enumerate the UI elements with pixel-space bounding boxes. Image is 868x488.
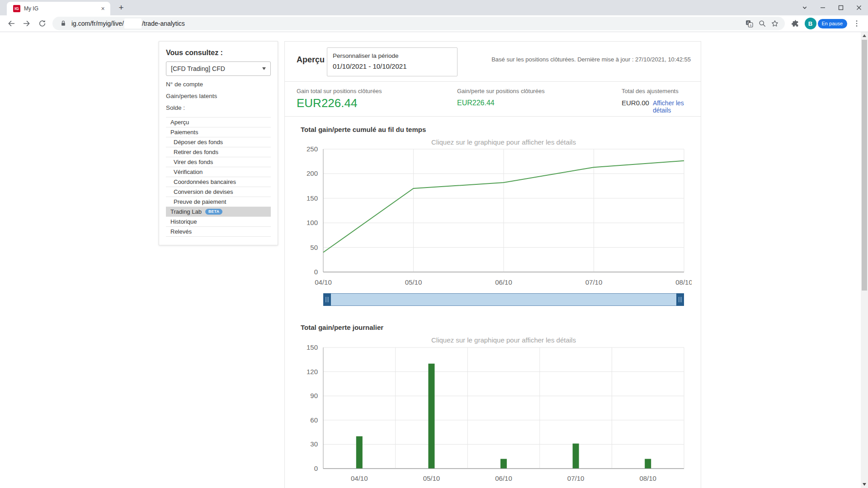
closed-pnl-value: EUR226.44 <box>457 99 545 107</box>
avatar[interactable]: B <box>805 18 816 29</box>
tab-search-chevron-icon[interactable] <box>796 0 814 15</box>
svg-text:120: 120 <box>307 368 318 375</box>
range-slider-left-handle[interactable] <box>323 293 331 306</box>
tab-strip: IG My IG × + <box>0 0 868 15</box>
sidebar-item-label: Virer des fonds <box>174 159 213 165</box>
sidebar-item-label: Aperçu <box>170 119 189 126</box>
profile-chip[interactable]: B En pause <box>805 18 847 29</box>
lock-icon[interactable] <box>57 17 70 30</box>
svg-text:a: a <box>750 23 751 26</box>
sidebar-item-releves[interactable]: Relevés <box>166 227 271 237</box>
svg-text:150: 150 <box>307 343 318 351</box>
scrollbar-down-icon[interactable] <box>863 483 866 486</box>
last-updated-note: Basé sur les positions clôturées. Derniè… <box>491 56 691 63</box>
svg-text:150: 150 <box>307 194 318 202</box>
cumulative-chart-title: Total gain/perte cumulé au fil du temps <box>301 126 426 133</box>
translate-icon[interactable]: A a <box>743 17 756 30</box>
date-range-slider[interactable] <box>323 293 684 306</box>
browser-tab[interactable]: IG My IG × <box>7 2 110 15</box>
minimize-button[interactable] <box>814 0 832 15</box>
chevron-down-icon <box>262 67 266 70</box>
sidebar-item-label: Preuve de paiement <box>174 198 226 205</box>
period-label: Personnaliser la période <box>333 52 452 59</box>
page-title: Aperçu <box>297 55 325 65</box>
scrollbar-thumb[interactable] <box>862 40 867 291</box>
maximize-button[interactable] <box>832 0 850 15</box>
new-tab-button[interactable]: + <box>114 0 128 15</box>
balance-label: Solde : <box>166 104 271 111</box>
scrollbar-up-icon[interactable] <box>863 34 866 37</box>
daily-chart-title: Total gain/perte journalier <box>301 324 383 331</box>
extensions-puzzle-icon[interactable] <box>788 16 803 31</box>
sidebar-item-virer-des-fonds[interactable]: Virer des fonds <box>166 157 271 167</box>
range-slider-right-handle[interactable] <box>676 293 684 306</box>
close-button[interactable] <box>850 0 868 15</box>
charts-section: Total gain/perte cumulé au fil du temps … <box>285 117 701 488</box>
svg-text:05/10: 05/10 <box>405 278 422 286</box>
daily-gain-bar-chart[interactable]: 030609012015004/1005/1006/1007/1008/10 <box>294 343 692 488</box>
summary-row: Gain total sur positions clôturées EUR22… <box>285 82 701 117</box>
account-sidebar: Vous consultez : [CFD Trading] CFD N° de… <box>159 41 278 245</box>
account-number-label: N° de compte <box>166 81 271 88</box>
show-details-link[interactable]: Afficher les détails <box>653 99 701 114</box>
sidebar-menu: AperçuPaiementsDéposer des fondsRetirer … <box>166 117 271 237</box>
tab-close-icon[interactable]: × <box>99 5 107 13</box>
total-gain-value: EUR226.44 <box>297 96 382 110</box>
adjustments-value: EUR0.00 <box>622 99 649 107</box>
svg-text:06/10: 06/10 <box>495 278 512 286</box>
sidebar-item-trading-lab[interactable]: Trading LabBETA <box>166 207 271 217</box>
sync-paused-badge[interactable]: En pause <box>818 19 847 28</box>
svg-text:07/10: 07/10 <box>567 474 585 482</box>
window-controls <box>796 0 868 15</box>
period-selector[interactable]: Personnaliser la période 01/10/2021 - 10… <box>327 47 458 76</box>
account-select[interactable]: [CFD Trading] CFD <box>166 61 271 76</box>
sidebar-item-label: Trading Lab <box>170 208 202 215</box>
sidebar-item-deposer-des-fonds[interactable]: Déposer des fonds <box>166 137 271 147</box>
sidebar-item-historique[interactable]: Historique <box>166 217 271 227</box>
sidebar-item-apercu[interactable]: Aperçu <box>166 117 271 127</box>
svg-text:04/10: 04/10 <box>351 474 368 482</box>
period-value: 01/10/2021 - 10/10/2021 <box>333 62 452 70</box>
back-icon[interactable] <box>4 16 19 31</box>
bookmark-star-icon[interactable] <box>769 17 781 30</box>
cumulative-gain-line-chart[interactable]: 05010015020025004/1005/1006/1007/1008/10 <box>294 145 692 290</box>
sidebar-item-label: Déposer des fonds <box>174 139 223 145</box>
total-gain-label: Gain total sur positions clôturées <box>297 88 382 94</box>
analytics-header: Aperçu Personnaliser la période 01/10/20… <box>285 42 701 82</box>
scrollbar[interactable] <box>861 32 868 488</box>
svg-text:60: 60 <box>310 416 318 424</box>
svg-text:0: 0 <box>314 465 318 472</box>
sidebar-item-label: Coordonnées bancaires <box>174 178 236 185</box>
svg-text:90: 90 <box>310 392 318 399</box>
sidebar-item-label: Retirer des fonds <box>174 149 218 155</box>
sidebar-item-conversion-de-devises[interactable]: Conversion de devises <box>166 187 271 197</box>
page-content: Vous consultez : [CFD Trading] CFD N° de… <box>0 32 868 488</box>
ig-favicon-icon: IG <box>13 5 20 12</box>
url-bar[interactable]: ig.com/fr/myig/live//trade-analytics A a <box>52 17 785 30</box>
sidebar-item-label: Paiements <box>170 129 198 136</box>
redacted-url-segment <box>124 19 142 28</box>
reload-icon[interactable] <box>34 16 50 31</box>
total-gain-block: Gain total sur positions clôturées EUR22… <box>297 88 382 110</box>
sidebar-item-label: Conversion de devises <box>174 188 233 195</box>
browser-window: IG My IG × + <box>0 0 868 488</box>
beta-badge: BETA <box>205 209 223 215</box>
sidebar-item-paiements[interactable]: Paiements <box>166 127 271 137</box>
sidebar-heading: Vous consultez : <box>166 49 271 57</box>
sidebar-item-retirer-des-fonds[interactable]: Retirer des fonds <box>166 147 271 157</box>
forward-icon[interactable] <box>19 16 34 31</box>
zoom-icon[interactable] <box>756 17 769 30</box>
svg-text:100: 100 <box>307 219 318 226</box>
sidebar-item-coordonnees-bancaires[interactable]: Coordonnées bancaires <box>166 177 271 187</box>
url-text[interactable]: ig.com/fr/myig/live//trade-analytics <box>71 19 743 28</box>
sidebar-item-verification[interactable]: Vérification <box>166 167 271 177</box>
sidebar-item-label: Relevés <box>170 228 192 235</box>
tab-title: My IG <box>24 5 99 12</box>
svg-text:200: 200 <box>307 169 318 177</box>
browser-menu-icon[interactable] <box>849 16 864 31</box>
svg-text:07/10: 07/10 <box>585 278 603 286</box>
daily-chart-hint: Cliquez sur le graphique pour afficher l… <box>323 336 684 344</box>
svg-text:08/10: 08/10 <box>675 278 692 286</box>
adjustments-label: Total des ajustements <box>622 88 701 94</box>
sidebar-item-preuve-de-paiement[interactable]: Preuve de paiement <box>166 197 271 207</box>
